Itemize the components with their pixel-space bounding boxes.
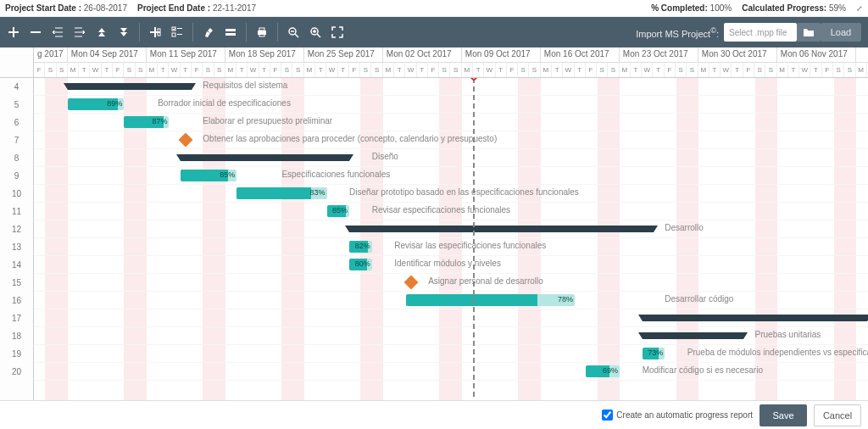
task-pct: 83% bbox=[310, 188, 326, 197]
svg-rect-4 bbox=[177, 28, 182, 29]
day-header: T bbox=[79, 63, 90, 77]
pct-completed-label: % Completed: bbox=[651, 3, 708, 13]
task-label: Identificar módulos y niveles bbox=[394, 259, 501, 268]
task-bar[interactable]: 69% bbox=[586, 365, 620, 377]
outdent-icon[interactable] bbox=[51, 25, 64, 39]
file-input[interactable]: Select .mpp file bbox=[724, 23, 797, 42]
row-number: 4 bbox=[0, 78, 33, 96]
move-down-icon[interactable] bbox=[117, 25, 131, 39]
task-pct: 85% bbox=[220, 170, 235, 179]
day-header: T bbox=[158, 63, 169, 77]
gantt-row: 82%Revisar las especificaciones funciona… bbox=[34, 238, 868, 256]
cancel-button[interactable]: Cancel bbox=[814, 404, 861, 426]
gantt-row: Obtener las aprobaciones para proceder (… bbox=[34, 131, 868, 149]
task-label: Pruebas unitarias bbox=[755, 330, 821, 339]
zoom-in-icon[interactable] bbox=[309, 25, 322, 39]
remove-icon[interactable] bbox=[29, 25, 42, 39]
svg-rect-1 bbox=[150, 31, 160, 33]
gantt-row: 85%Especificaciones funcionales bbox=[34, 167, 868, 185]
row-number: 15 bbox=[0, 274, 33, 292]
task-bar[interactable]: 82% bbox=[349, 241, 372, 253]
gantt-row: 69%Modificar código si es necesario bbox=[34, 363, 868, 381]
day-header: S bbox=[450, 63, 461, 77]
task-bar[interactable]: 87% bbox=[124, 116, 169, 128]
day-header: T bbox=[788, 63, 799, 77]
day-header: M bbox=[698, 63, 709, 77]
day-header: W bbox=[169, 63, 180, 77]
day-header: T bbox=[473, 63, 484, 77]
task-pct: 80% bbox=[355, 259, 370, 268]
day-header: T bbox=[236, 63, 248, 77]
day-header: M bbox=[383, 63, 394, 77]
gantt-chart[interactable]: 4567891011121314151617181920 Requisitos … bbox=[0, 78, 868, 414]
move-up-icon[interactable] bbox=[95, 25, 108, 39]
row-number: 9 bbox=[0, 167, 33, 185]
checklist-icon[interactable] bbox=[170, 25, 184, 39]
summary-bar[interactable] bbox=[643, 315, 868, 321]
week-header: Mon 16 Oct 2017 bbox=[541, 47, 620, 62]
pct-completed-value: 100% bbox=[710, 3, 732, 13]
day-header: M bbox=[68, 63, 79, 77]
day-header: W bbox=[799, 63, 810, 77]
svg-rect-7 bbox=[225, 29, 236, 31]
task-bar[interactable]: 78% bbox=[406, 294, 575, 306]
day-header: T bbox=[709, 63, 721, 77]
task-pct: 85% bbox=[332, 206, 348, 214]
gantt-row: 89%Borrador inicial de especificaciones bbox=[34, 96, 868, 114]
day-header: W bbox=[90, 63, 101, 77]
task-label: Revisar especificaciones funcionales bbox=[372, 205, 510, 214]
day-header: S bbox=[57, 63, 68, 77]
task-bar[interactable]: 80% bbox=[349, 259, 372, 270]
day-header: M bbox=[620, 63, 631, 77]
milestone-marker[interactable] bbox=[403, 276, 418, 290]
start-date-label: Project Start Date : bbox=[5, 3, 81, 13]
task-label: Desarrollar código bbox=[665, 294, 733, 304]
add-column-icon[interactable] bbox=[148, 25, 162, 39]
task-bar[interactable]: 83% bbox=[236, 187, 326, 199]
task-bar[interactable]: 85% bbox=[327, 205, 350, 217]
calc-progress-label: Calculated Progress: bbox=[742, 3, 826, 13]
summary-bar[interactable] bbox=[349, 226, 654, 232]
day-header: S bbox=[360, 63, 371, 77]
add-icon[interactable] bbox=[7, 25, 20, 39]
auto-report-checkbox[interactable]: Create an automatic progress report bbox=[602, 410, 753, 421]
print-icon[interactable] bbox=[255, 25, 269, 39]
fullscreen-icon[interactable] bbox=[331, 25, 344, 39]
row-number: 6 bbox=[0, 114, 33, 131]
zoom-out-icon[interactable] bbox=[287, 25, 300, 39]
week-header: Mon 23 Oct 2017 bbox=[620, 47, 698, 62]
row-number: 13 bbox=[0, 238, 33, 256]
import-label: Import MS Project bbox=[636, 28, 710, 38]
day-header: T bbox=[653, 63, 664, 77]
day-header: S bbox=[214, 63, 225, 77]
milestone-marker[interactable] bbox=[178, 133, 192, 148]
task-label: Diseño bbox=[372, 152, 398, 161]
baseline-icon[interactable] bbox=[224, 25, 237, 39]
highlight-icon[interactable] bbox=[202, 25, 215, 39]
browse-button[interactable] bbox=[797, 23, 821, 42]
day-header: M bbox=[147, 63, 158, 77]
info-bar: Project Start Date : 26-08-2017 Project … bbox=[0, 0, 868, 17]
task-bar[interactable]: 73% bbox=[643, 348, 665, 359]
task-pct: 78% bbox=[558, 295, 573, 304]
footer-bar: Create an automatic progress report Save… bbox=[0, 400, 868, 429]
load-button[interactable]: Load bbox=[821, 23, 861, 42]
gantt-row: Diseño bbox=[34, 149, 868, 167]
collapse-icon[interactable]: ⤢ bbox=[856, 5, 863, 12]
day-header: S bbox=[765, 63, 776, 77]
svg-rect-8 bbox=[225, 33, 236, 36]
indent-icon[interactable] bbox=[73, 25, 86, 39]
task-label: Obtener las aprobaciones para proceder (… bbox=[203, 134, 497, 143]
summary-bar[interactable] bbox=[181, 154, 349, 161]
summary-bar[interactable] bbox=[643, 332, 744, 339]
task-label: Desarrollo bbox=[665, 223, 704, 232]
day-header: W bbox=[248, 63, 259, 77]
save-button[interactable]: Save bbox=[760, 404, 807, 426]
start-date-value: 26-08-2017 bbox=[84, 3, 127, 13]
gantt-row bbox=[34, 309, 868, 327]
day-header: W bbox=[721, 63, 732, 77]
task-bar[interactable]: 85% bbox=[181, 170, 236, 181]
summary-bar[interactable] bbox=[68, 83, 192, 90]
row-number: 8 bbox=[0, 149, 33, 167]
task-bar[interactable]: 89% bbox=[68, 98, 124, 110]
